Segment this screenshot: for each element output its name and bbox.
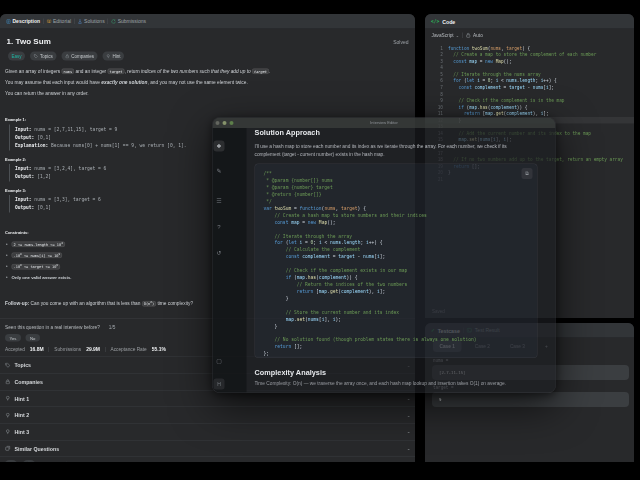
code-line: if (map.has(complement)) {: [264, 274, 477, 281]
pen-icon[interactable]: ✎: [216, 168, 221, 175]
divider: [43, 19, 44, 25]
accordion-similar-questions[interactable]: Similar Questions⌄: [0, 440, 415, 457]
code-line: [264, 302, 477, 309]
solved-label: Solved: [393, 39, 408, 45]
complexity-heading: Complexity Analysis: [255, 369, 556, 377]
code-line: };: [264, 350, 477, 357]
stat-label: Submissions: [54, 347, 81, 353]
problem-statement: Given an array of integers nums and an i…: [0, 68, 415, 97]
code-line: */: [264, 198, 477, 205]
code-line: /**: [264, 170, 477, 177]
stat-value: 55.1%: [152, 347, 166, 353]
code-line: [264, 225, 477, 232]
complexity-text: Time Complexity: O(n) — we traverse the …: [255, 380, 556, 388]
problem-title: 1. Two Sum: [7, 37, 51, 46]
code-line: map.set(nums[i], i);: [264, 315, 477, 322]
list-icon[interactable]: ☰: [216, 198, 221, 205]
left-panel-tabbar: DescriptionEditorialSolutionsSubmissions: [0, 14, 415, 29]
chevron-down-icon: ⌄: [407, 413, 411, 418]
stat-label: Acceptance Rate: [111, 347, 147, 353]
code-line: // Calculate the complement: [264, 246, 477, 253]
tab-editorial[interactable]: Editorial: [47, 19, 72, 25]
frame-icon[interactable]: ▢: [216, 358, 222, 365]
chevron-down-icon: ⌄: [407, 396, 411, 401]
code-line: [264, 329, 477, 336]
code-line: var twoSum = function(nums, target) {: [264, 205, 477, 212]
feedback-bar: [0, 456, 415, 462]
code-line: }: [264, 295, 477, 302]
code-line: // Store the current number and its inde…: [264, 308, 477, 315]
code-line: // Iterate through the array: [264, 232, 477, 239]
stat-value: 29.9M: [86, 347, 100, 353]
help-icon[interactable]: ?: [217, 224, 220, 231]
overlay-window-title: Interview Editor: [213, 121, 556, 126]
code-line: const map = new Map();: [264, 218, 477, 225]
hint-badge[interactable]: Hint: [103, 52, 125, 61]
companies-badge[interactable]: Companies: [61, 52, 97, 61]
divider: [49, 347, 50, 352]
code-line: // Check if the complement exists in our…: [264, 267, 477, 274]
language-selector[interactable]: JavaScript: [432, 32, 454, 38]
lock-icon: [5, 379, 11, 385]
chevron-down-icon: ⌄: [407, 429, 411, 434]
chevron-down-icon: ⌄: [456, 33, 459, 38]
code-line: for (let i = 0; i < nums.length; i++) {: [264, 239, 477, 246]
screen: DescriptionEditorialSolutionsSubmissions…: [0, 0, 640, 480]
description-icon: [6, 19, 11, 24]
accordion-hint-2[interactable]: Hint 2⌄: [0, 406, 415, 423]
no-button[interactable]: No: [25, 334, 39, 342]
tag-icon: [5, 362, 11, 368]
solution-code-block: ⧉ /** * @param {number[]} nums * @param …: [255, 164, 538, 359]
lock-icon: [65, 54, 70, 59]
bulb-icon: [5, 429, 11, 435]
editorial-icon: [47, 19, 52, 24]
interview-question: Seen this question in a real interview b…: [5, 325, 100, 331]
tab-solutions[interactable]: Solutions: [78, 19, 105, 25]
solution-approach-heading: Solution Approach: [255, 128, 556, 136]
code-line: // No solution found (though problem sta…: [264, 336, 477, 343]
tag-icon: [34, 54, 39, 59]
yes-button[interactable]: Yes: [5, 334, 21, 342]
code-line: [264, 260, 477, 267]
tab-submissions[interactable]: Submissions: [111, 19, 146, 25]
code-line: * @param {number} target: [264, 184, 477, 191]
accordion-label: Hint 3: [15, 429, 403, 435]
overlay-sidebar: ❖✎☰?↺▢H: [213, 128, 247, 393]
accordion-label: Hint 1: [15, 395, 403, 401]
h-icon[interactable]: H: [214, 379, 225, 390]
code-line: // Return the indices of the two numbers: [264, 281, 477, 288]
statement-paragraph: You may assume that each input would hav…: [5, 79, 407, 86]
code-line: * @param {number[]} nums: [264, 177, 477, 184]
submissions-icon: [111, 19, 116, 24]
badge-row: EasyTopicsCompaniesHint: [8, 52, 407, 61]
solution-code: /** * @param {number[]} nums * @param {n…: [264, 170, 477, 357]
assistant-icon[interactable]: ❖: [214, 141, 225, 152]
statement-paragraph: You can return the answer in any order.: [5, 90, 407, 97]
interview-editor-window[interactable]: Interview Editor ❖✎☰?↺▢H Solution Approa…: [212, 117, 556, 393]
history-icon[interactable]: ↺: [216, 250, 221, 257]
code-line: * @return {number[]}: [264, 191, 477, 198]
lock-icon: [466, 32, 472, 38]
stack-icon: [5, 446, 11, 452]
code-line: return [];: [264, 343, 477, 350]
accordion-hint-3[interactable]: Hint 3⌄: [0, 423, 415, 440]
accordion-label: Hint 2: [15, 412, 403, 418]
accordion-label: Similar Questions: [15, 445, 403, 451]
difficulty-badge[interactable]: Easy: [8, 52, 25, 61]
overlay-titlebar[interactable]: Interview Editor: [213, 118, 556, 129]
autosave-label: Auto: [473, 32, 483, 38]
stat-label: Accepted: [5, 347, 25, 353]
divider: [74, 19, 75, 25]
copy-code-icon[interactable]: ⧉: [522, 168, 533, 179]
tab-description[interactable]: Description: [6, 19, 40, 25]
bulb-icon: [5, 396, 11, 402]
overlay-content: Solution Approach I'll use a hash map to…: [247, 128, 556, 393]
code-line: const complement = target - nums[i];: [264, 253, 477, 260]
divider: [108, 19, 109, 25]
bulb-icon: [5, 412, 11, 418]
target-input[interactable]: 9: [432, 392, 629, 407]
interview-score: 1/5: [109, 325, 116, 331]
code-tab-label[interactable]: Code: [442, 18, 455, 24]
topics-badge[interactable]: Topics: [30, 52, 56, 61]
solved-status: Solved: [393, 39, 411, 45]
